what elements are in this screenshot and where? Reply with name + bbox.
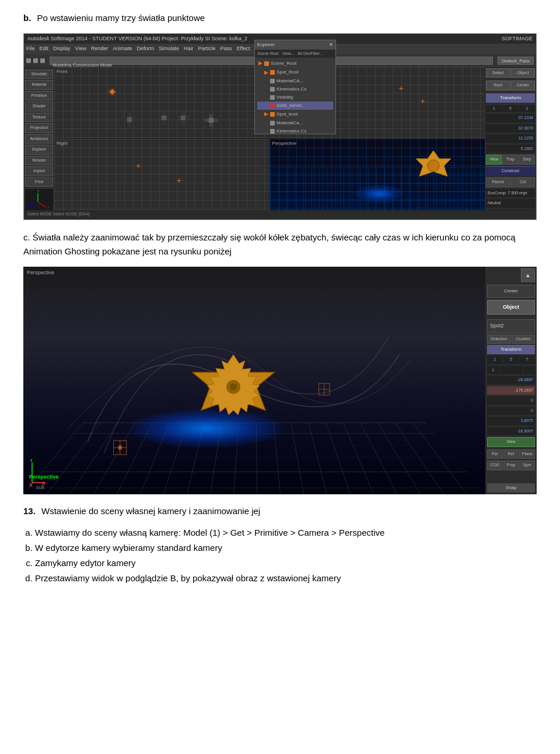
svg-text:X: X: [47, 205, 50, 210]
expand-icon: ▶: [258, 67, 262, 68]
par-btn[interactable]: Par: [487, 449, 503, 459]
val-2: 02.9973: [486, 124, 535, 133]
btn-print[interactable]: Print: [25, 177, 53, 187]
explorer-kinematics2[interactable]: Kinematics.Cs: [257, 127, 333, 134]
rp-object-btn[interactable]: Object: [487, 300, 535, 315]
toolbar-icon: [33, 58, 38, 63]
sym-btn[interactable]: Sym: [519, 460, 535, 470]
menu-animate[interactable]: Animate: [113, 45, 132, 53]
btn-ambience[interactable]: Ambience: [25, 134, 53, 144]
r-val: 1: [519, 105, 535, 113]
spacer: [487, 316, 535, 318]
viewport-front: Front ✦: [54, 67, 270, 138]
expand-icon2: ▶: [264, 69, 268, 77]
btn-render[interactable]: Render: [25, 156, 53, 166]
menu-pass[interactable]: Pass: [220, 45, 232, 53]
kinematics-label: Kinematics.Cs: [276, 86, 306, 93]
right-light-marker: +: [136, 160, 141, 172]
subb-icon: [270, 103, 275, 108]
menu-hair[interactable]: Hair: [184, 45, 194, 53]
menu-simulate[interactable]: Simulate: [159, 45, 179, 53]
center-btn[interactable]: Center: [511, 81, 536, 90]
description-text: c. Światła należy zaanimować tak by prze…: [23, 231, 537, 259]
top-light-marker: +: [399, 82, 404, 95]
explorer-materialca2[interactable]: MaterialCa...: [257, 119, 333, 127]
menu-particle[interactable]: Particle: [198, 45, 216, 53]
rp-view-btn[interactable]: View: [487, 437, 535, 447]
page-wrapper: b. Po wstawieniu mamy trzy światła punkt…: [0, 0, 560, 609]
btn-explore[interactable]: Explore: [25, 145, 53, 155]
val-3: 12.1253: [486, 134, 535, 143]
softimage-screenshot-bottom: Perspective X Y X sult Perspective ▲: [23, 267, 537, 494]
viewport-right: Right + +: [54, 139, 270, 210]
rp-val-zero: 0: [487, 396, 535, 405]
y-val: 5: [502, 105, 518, 113]
menu-display[interactable]: Display: [53, 45, 71, 53]
rp-cog-prop-sym: COG Prop Sym: [487, 460, 535, 470]
rp-t-num: T: [519, 355, 535, 364]
explorer-spot-knot[interactable]: ▶ Spot_knot: [257, 110, 333, 119]
parent-btn[interactable]: Parent: [486, 177, 510, 187]
up-arrow-btn[interactable]: ▲: [521, 268, 535, 282]
cog-btn[interactable]: COG: [487, 460, 503, 470]
object-btn[interactable]: Object: [511, 68, 536, 78]
prop-btn[interactable]: Prop: [503, 460, 519, 470]
status-text: Select NODE Select NODE [2044]: [27, 211, 90, 218]
sult-text: sult: [36, 484, 44, 492]
titlebar-brand: SOFTIMAGE: [502, 35, 533, 43]
plane-btn[interactable]: Plane: [519, 449, 535, 459]
axis-display: Y X Z: [25, 189, 53, 210]
bottom-viewport-label: Perspective: [27, 269, 54, 277]
trap-btn[interactable]: Trap: [502, 155, 518, 165]
rp-val-neg26: -26,0897: [487, 376, 535, 385]
rp-y-num: 5: [503, 355, 519, 364]
view-trap-row: View Trap Step: [486, 155, 535, 165]
menu-file[interactable]: File: [26, 45, 35, 53]
btn-projection[interactable]: Projection: [25, 123, 53, 133]
select-btn[interactable]: Select: [486, 68, 510, 78]
svg-point-39: [230, 383, 237, 390]
explorer-spot-root[interactable]: ▶ Spot_Root: [257, 68, 333, 78]
selection-btn[interactable]: Selection: [487, 334, 511, 344]
svg-rect-14: [181, 116, 186, 120]
explorer-subb[interactable]: subb_servic...: [257, 102, 333, 110]
section-13: 13. Wstawienie do sceny własnej kamery i…: [23, 505, 537, 586]
menu-render[interactable]: Render: [91, 45, 108, 53]
menu-effect[interactable]: Effect: [237, 45, 250, 53]
menu-deform[interactable]: Deform: [136, 45, 154, 53]
btn-import[interactable]: Import: [25, 166, 53, 176]
explorer-visibility[interactable]: Visibility: [257, 93, 333, 102]
section-13-text: 13. Wstawienie do sceny własnej kamery i…: [23, 505, 537, 518]
svg-point-19: [428, 160, 439, 172]
root-btn[interactable]: Root: [486, 81, 510, 90]
material-icon: [270, 79, 275, 83]
rp-center-btn[interactable]: Center: [487, 285, 535, 298]
val-1: 07.1334: [486, 114, 535, 123]
col-btn[interactable]: Col: [511, 177, 536, 187]
clusters-btn[interactable]: Clusters: [512, 334, 536, 344]
view-btn[interactable]: View: [486, 155, 502, 165]
menu-view[interactable]: View: [75, 45, 86, 53]
parent-col-row: Parent Col: [486, 177, 535, 187]
btn-material[interactable]: Material: [25, 80, 53, 90]
explorer-kinematics[interactable]: Kinematics.Cs: [257, 85, 333, 93]
light-cross-2: [158, 111, 170, 126]
menu-edit[interactable]: Edit: [40, 45, 49, 53]
substep-c: Zamykamy edytor kamery: [35, 556, 537, 570]
svg-rect-29: [319, 383, 330, 395]
top-light-marker-2: +: [420, 95, 425, 107]
toolbar-view-btn[interactable]: Default_Pass: [498, 57, 534, 65]
section-b-heading: b. Po wstawieniu mamy trzy światła punkt…: [23, 12, 537, 25]
step-btn[interactable]: Step: [519, 155, 535, 165]
visibility-icon: [270, 95, 275, 100]
btn-simulate[interactable]: Simulate: [25, 69, 53, 79]
explorer-materialca[interactable]: MaterialCA...: [257, 77, 333, 85]
rp-val-neg179: -179,1637: [487, 386, 535, 395]
gear-large: [190, 352, 277, 426]
toolbar-icon: [40, 58, 45, 63]
btn-primitive[interactable]: Primitive: [25, 91, 53, 101]
btn-texture[interactable]: Texture: [25, 113, 53, 123]
ref-btn[interactable]: Ref: [503, 449, 519, 459]
rp-r-row: 1: [487, 366, 535, 375]
btn-shader[interactable]: Shader: [25, 102, 53, 111]
